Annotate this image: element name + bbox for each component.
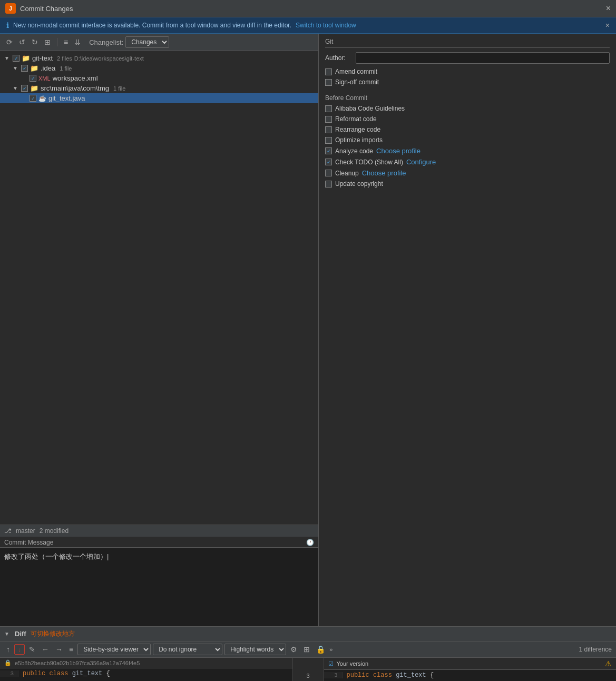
java-icon: ☕ xyxy=(38,95,46,102)
idea-checkbox[interactable] xyxy=(21,65,28,72)
java-label: git_text.java xyxy=(48,94,85,102)
diff-toolbar: ↑ ↓ ✎ ← → ≡ Side-by-side viewer Unified … xyxy=(0,641,616,658)
analyze-label: Analyze code xyxy=(335,147,373,155)
optimize-label: Optimize imports xyxy=(335,136,383,144)
diff-title: Diff xyxy=(15,630,26,638)
diff-lock-button[interactable]: 🔒 xyxy=(314,644,327,655)
banner-text: New non-modal commit interface is availa… xyxy=(13,22,291,29)
copyright-row: Update copyright xyxy=(325,180,610,187)
reformat-row: Reformat code xyxy=(325,115,610,123)
signoff-label: Sign-off commit xyxy=(335,78,379,86)
analyze-checkbox[interactable] xyxy=(325,147,332,154)
tree-src-folder[interactable]: ▼ 📁 src\main\java\com\tmg 1 file xyxy=(0,83,318,93)
alibaba-row: Alibaba Code Guidelines xyxy=(325,105,610,112)
checktodo-row: Check TODO (Show All) Configure xyxy=(325,158,610,166)
expand-button[interactable]: ≡ xyxy=(62,37,70,47)
tree-idea-folder[interactable]: ▼ 📁 .idea 1 file xyxy=(0,63,318,73)
diff-grid-button[interactable]: ⊞ xyxy=(301,644,312,655)
commit-message-header: Commit Message 🕐 xyxy=(0,537,318,547)
chevron-icon: ▼ xyxy=(13,65,19,71)
checktodo-checkbox[interactable] xyxy=(325,159,332,165)
root-label: git-text xyxy=(32,54,53,62)
rearrange-checkbox[interactable] xyxy=(325,126,332,133)
analyze-link[interactable]: Choose profile xyxy=(376,147,421,155)
signoff-checkbox[interactable] xyxy=(325,79,332,86)
title-bar: J Commit Changes × xyxy=(0,0,616,17)
root-path: D:\idea\workspaces\git-text xyxy=(74,55,144,62)
reformat-checkbox[interactable] xyxy=(325,116,332,123)
workspace-checkbox[interactable] xyxy=(30,75,36,82)
diff-up-button[interactable]: ↑ xyxy=(4,644,12,655)
src-label: src\main\java\com\tmg xyxy=(41,84,109,92)
diff-right-header: ☑ Your version ⚠ xyxy=(324,658,617,670)
chevron-icon: ▼ xyxy=(13,85,19,91)
commit-message-input[interactable]: 修改了两处（一个修改一个增加）| xyxy=(0,547,318,626)
root-checkbox[interactable] xyxy=(13,55,19,62)
tree-workspace-xml[interactable]: XML workspace.xml xyxy=(0,73,318,83)
ignore-select[interactable]: Do not ignore Ignore whitespace xyxy=(153,644,222,655)
history-icon[interactable]: 🕐 xyxy=(306,539,314,546)
diff-left-header: 🔒 e5b8b2beacb90a02b1b97fca356a9a12a746f4… xyxy=(0,658,292,668)
app-icon: J xyxy=(5,3,16,14)
diff-left-pane: 🔒 e5b8b2beacb90a02b1b97fca356a9a12a746f4… xyxy=(0,658,292,681)
diff-separator: 3 4 5 6 7 ☑ 8 9 xyxy=(292,658,324,681)
src-checkbox[interactable] xyxy=(21,85,28,92)
right-pane-title: Your version xyxy=(337,660,369,667)
commit-msg-label: Commit Message xyxy=(4,539,53,546)
checktodo-link[interactable]: Configure xyxy=(406,158,436,166)
copyright-checkbox[interactable] xyxy=(325,181,332,187)
cleanup-checkbox[interactable] xyxy=(325,170,332,176)
root-info: 2 files xyxy=(57,55,72,62)
before-commit-title: Before Commit xyxy=(325,94,610,102)
folder-icon: 📁 xyxy=(30,84,38,92)
alibaba-label: Alibaba Code Guidelines xyxy=(335,105,405,112)
lock-icon: 🔒 xyxy=(4,659,12,666)
diff-red-button[interactable]: ↓ xyxy=(14,644,25,655)
git-section-title: Git xyxy=(325,38,610,48)
banner-close[interactable]: × xyxy=(605,21,610,29)
diff-edit-button[interactable]: ✎ xyxy=(27,644,37,655)
diff-right-button[interactable]: → xyxy=(53,644,65,655)
author-row: Author: xyxy=(325,52,610,64)
diff-list-button[interactable]: ≡ xyxy=(67,644,75,655)
changelist-label: Changelist: xyxy=(89,38,123,46)
analyze-row: Analyze code Choose profile xyxy=(325,147,610,155)
src-info: 1 file xyxy=(113,85,125,92)
close-button[interactable]: × xyxy=(606,4,611,13)
sync-button[interactable]: ⟳ xyxy=(4,37,15,47)
java-checkbox[interactable] xyxy=(30,95,36,102)
author-input[interactable] xyxy=(356,52,610,64)
highlight-select[interactable]: Highlight words Highlight lines xyxy=(224,644,286,655)
folder-icon: 📁 xyxy=(30,64,38,72)
changelist-select[interactable]: Changes xyxy=(125,36,169,48)
alibaba-checkbox[interactable] xyxy=(325,105,332,112)
info-banner: ℹ New non-modal commit interface is avai… xyxy=(0,17,616,34)
diff-settings-button[interactable]: ⚙ xyxy=(288,644,299,655)
optimize-row: Optimize imports xyxy=(325,136,610,144)
cleanup-label: Cleanup xyxy=(335,170,359,177)
diff-left-button[interactable]: ← xyxy=(40,644,51,655)
amend-checkbox[interactable] xyxy=(325,68,332,75)
collapse-button[interactable]: ⇊ xyxy=(72,37,83,47)
tree-root[interactable]: ▼ 📁 git-text 2 files D:\idea\workspaces\… xyxy=(0,53,318,63)
reformat-label: Reformat code xyxy=(335,115,377,123)
refresh-button[interactable]: ↻ xyxy=(30,37,40,47)
main-layout: ⟳ ↺ ↻ ⊞ ≡ ⇊ Changelist: Changes ▼ 📁 git-… xyxy=(0,34,616,626)
file-toolbar: ⟳ ↺ ↻ ⊞ ≡ ⇊ Changelist: Changes xyxy=(0,34,318,51)
tree-git-text-java[interactable]: ☕ git_text.java xyxy=(0,93,318,103)
checktodo-label: Check TODO (Show All) xyxy=(335,159,403,166)
undo-button[interactable]: ↺ xyxy=(17,37,27,47)
diff-header: ▼ Diff 可切换修改地方 xyxy=(0,627,616,641)
diff-chevron[interactable]: ▼ xyxy=(4,631,11,637)
separator-1 xyxy=(57,38,57,46)
viewer-select[interactable]: Side-by-side viewer Unified viewer xyxy=(77,644,151,655)
cleanup-row: Cleanup Choose profile xyxy=(325,169,610,177)
chevron-icon: ▼ xyxy=(4,55,11,61)
group-button[interactable]: ⊞ xyxy=(42,37,53,47)
modified-count: 2 modified xyxy=(40,527,69,535)
cleanup-link[interactable]: Choose profile xyxy=(362,169,406,177)
branch-name: master xyxy=(16,527,35,535)
window-title: Commit Changes xyxy=(20,5,73,13)
banner-link[interactable]: Switch to tool window xyxy=(296,22,356,29)
optimize-checkbox[interactable] xyxy=(325,137,332,144)
